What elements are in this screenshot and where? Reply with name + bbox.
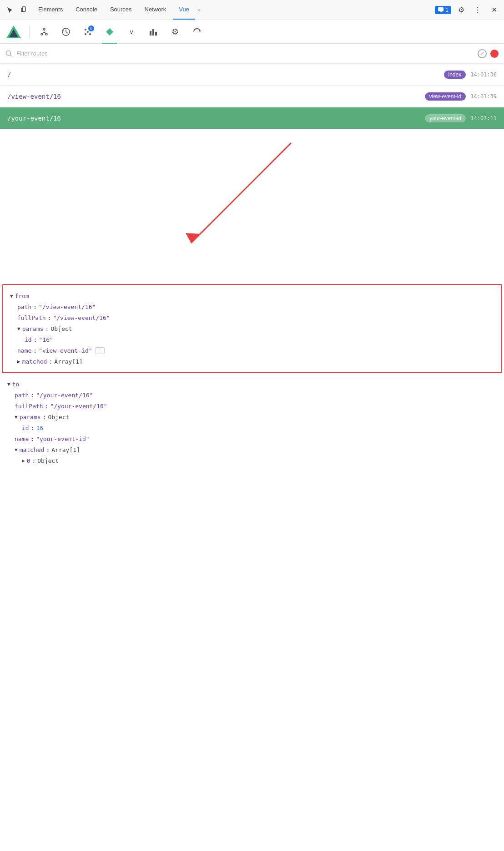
- route-row-0[interactable]: / index 14:01:36: [0, 64, 504, 86]
- components-badge: 8: [88, 25, 94, 31]
- comment-count: 1: [445, 7, 449, 13]
- topbar-right-icons: 1 ⚙ ⋮ ✕: [435, 4, 500, 16]
- route-path-2: /your-event/16: [7, 115, 425, 122]
- to-path-value: "/your-event/16": [36, 392, 93, 399]
- route-time-2: 14:07:11: [470, 115, 497, 122]
- from-name-line: name : "view-event-id" ⋮: [17, 345, 494, 356]
- tab-elements[interactable]: Elements: [33, 0, 68, 20]
- route-badge-0: index: [444, 71, 466, 79]
- to-label: to: [12, 381, 20, 388]
- to-panel: ▼ to path : "/your-event/16" fullPath : …: [0, 373, 504, 471]
- from-name-expand-button[interactable]: ⋮: [95, 347, 105, 354]
- route-path-0: /: [7, 71, 444, 78]
- from-matched-label: matched: [22, 358, 47, 365]
- from-fullpath-value: "/view-event/16": [53, 314, 110, 321]
- cursor-icon[interactable]: [4, 4, 16, 16]
- more-tabs[interactable]: »: [197, 6, 202, 13]
- from-params-type: Object: [50, 325, 72, 332]
- annotation-arrow: [0, 129, 504, 284]
- to-name-key: name: [15, 436, 29, 442]
- clear-filter-button[interactable]: [478, 49, 487, 58]
- to-matched-0-expand-icon[interactable]: ▶: [22, 458, 25, 464]
- svg-line-22: [481, 52, 484, 55]
- svg-point-15: [89, 33, 91, 35]
- from-id-line: id : "16": [25, 334, 494, 345]
- svg-rect-2: [438, 7, 444, 11]
- to-matched-header[interactable]: ▼ matched : Array[1]: [15, 444, 497, 455]
- from-matched-expand-icon[interactable]: ▶: [17, 359, 20, 365]
- tab-vue[interactable]: Vue: [173, 0, 195, 20]
- vue-settings-button[interactable]: ⚙: [168, 25, 182, 39]
- to-header[interactable]: ▼ to: [7, 379, 497, 390]
- comment-badge[interactable]: 1: [435, 6, 451, 14]
- tab-network[interactable]: Network: [139, 0, 172, 20]
- from-header[interactable]: ▼ from: [10, 290, 494, 301]
- vue-logo: [5, 24, 22, 40]
- route-row-1[interactable]: /view-event/16 view-event-id 14:01:39: [0, 86, 504, 107]
- to-fullpath-value: "/your-event/16": [50, 403, 107, 410]
- to-matched-0-type: Object: [37, 457, 59, 464]
- to-matched-collapse-icon[interactable]: ▼: [15, 447, 18, 453]
- annotation-area: [0, 129, 504, 284]
- to-path-line: path : "/your-event/16": [15, 390, 497, 400]
- svg-rect-19: [155, 32, 157, 35]
- from-params-label: params: [22, 325, 44, 332]
- chevron-down-button[interactable]: ∨: [124, 25, 139, 39]
- route-time-1: 14:01:39: [470, 93, 497, 100]
- to-collapse-icon[interactable]: ▼: [7, 381, 10, 387]
- tab-sources[interactable]: Sources: [105, 0, 137, 20]
- svg-point-9: [41, 33, 43, 35]
- to-params-collapse-icon[interactable]: ▼: [15, 414, 18, 420]
- from-fullpath-line: fullPath : "/view-event/16": [17, 312, 494, 323]
- from-path-key: path: [17, 304, 31, 310]
- route-row-2[interactable]: /your-event/16 your-event-id 14:07:11: [0, 107, 504, 129]
- toolbar-divider: [29, 25, 30, 38]
- svg-line-21: [10, 55, 12, 56]
- from-collapse-icon[interactable]: ▼: [10, 293, 13, 299]
- close-button[interactable]: ✕: [488, 4, 500, 16]
- to-matched-type: Array[1]: [51, 446, 80, 453]
- from-label: from: [15, 293, 29, 299]
- devtools-topbar: Elements Console Sources Network Vue » 1…: [0, 0, 504, 20]
- from-panel: ▼ from path : "/view-event/16" fullPath …: [2, 284, 502, 373]
- from-name-value: "view-event-id": [39, 347, 92, 354]
- svg-point-5: [43, 28, 45, 30]
- svg-point-16: [87, 31, 89, 33]
- refresh-button[interactable]: [190, 25, 204, 39]
- to-params-header[interactable]: ▼ params : Object: [15, 411, 497, 422]
- route-path-1: /view-event/16: [7, 93, 425, 100]
- to-matched-0-line[interactable]: ▶ 0 : Object: [22, 455, 497, 466]
- from-params-collapse-icon[interactable]: ▼: [17, 326, 20, 332]
- from-matched-type: Array[1]: [54, 358, 83, 365]
- components-button[interactable]: 8: [81, 25, 95, 39]
- svg-point-20: [6, 51, 11, 55]
- tab-console[interactable]: Console: [70, 0, 103, 20]
- time-travel-button[interactable]: [59, 25, 73, 39]
- performance-button[interactable]: [146, 25, 161, 39]
- more-menu-button[interactable]: ⋮: [471, 4, 484, 16]
- to-params-type: Object: [48, 414, 69, 420]
- device-icon[interactable]: [18, 4, 31, 16]
- svg-rect-18: [152, 29, 154, 35]
- router-button[interactable]: [102, 25, 117, 39]
- from-name-key: name: [17, 347, 31, 354]
- from-params-header[interactable]: ▼ params : Object: [17, 323, 494, 334]
- route-badge-2: your-event-id: [425, 114, 466, 122]
- svg-point-12: [85, 29, 86, 30]
- to-name-line: name : "your-event-id": [15, 433, 497, 444]
- component-tree-button[interactable]: [37, 25, 51, 39]
- filter-row: [0, 44, 504, 64]
- from-matched-line[interactable]: ▶ matched : Array[1]: [17, 356, 494, 367]
- filter-input[interactable]: [16, 50, 474, 57]
- settings-button[interactable]: ⚙: [455, 4, 468, 16]
- to-name-value: "your-event-id": [36, 436, 89, 442]
- record-button[interactable]: [490, 50, 499, 58]
- from-path-line: path : "/view-event/16": [17, 301, 494, 312]
- to-matched-0-label: 0: [27, 457, 30, 464]
- to-fullpath-key: fullPath: [15, 403, 43, 410]
- from-id-key: id: [25, 336, 32, 343]
- route-badge-1: view-event-id: [425, 92, 466, 101]
- to-fullpath-line: fullPath : "/your-event/16": [15, 400, 497, 411]
- vue-toolbar: 8 ∨ ⚙: [0, 20, 504, 44]
- to-matched-label: matched: [20, 446, 45, 453]
